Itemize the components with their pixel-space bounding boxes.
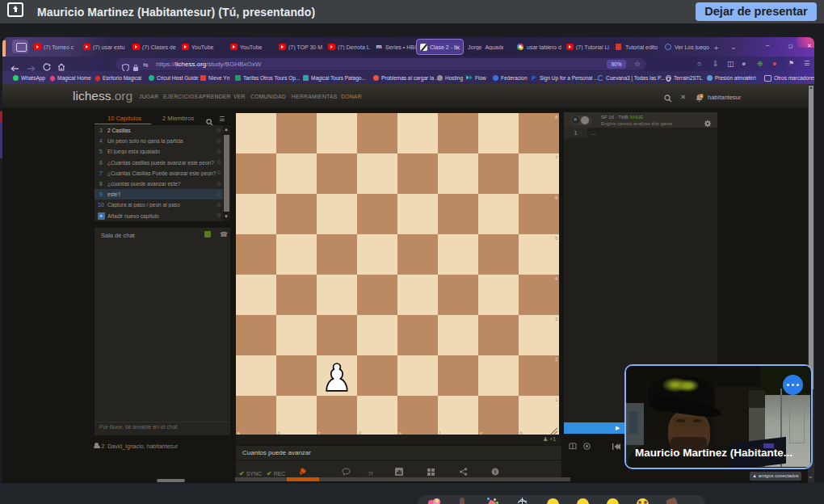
svg-text:4: 4: [700, 94, 703, 99]
